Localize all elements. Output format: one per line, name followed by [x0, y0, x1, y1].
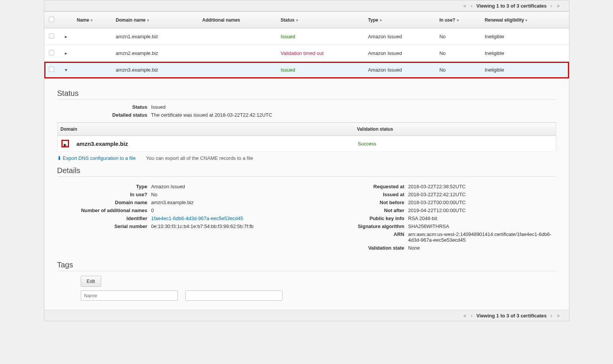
detail-label: Issued at	[314, 192, 408, 197]
detail-label: Public key info	[314, 216, 408, 221]
edit-tags-button[interactable]: Edit	[81, 276, 101, 287]
cell-domain: amzn3.example.biz	[113, 62, 199, 78]
row-checkbox[interactable]	[49, 50, 54, 55]
pager-next-icon[interactable]: ›	[548, 3, 555, 9]
col-inuse[interactable]: In use?▾	[436, 12, 481, 28]
export-note: You can export all of the CNAME records …	[146, 155, 253, 161]
detail-value: No	[151, 192, 158, 197]
detail-value: None	[408, 245, 420, 251]
detail-value: 0	[151, 208, 154, 213]
row-expand-toggle[interactable]: ▾	[59, 62, 74, 78]
expand-header	[59, 12, 74, 28]
col-status[interactable]: Status▾	[277, 12, 365, 28]
pager-last-icon[interactable]: »	[555, 312, 562, 319]
domain-validation-table: Domain Validation status ▶ amzn3.example…	[57, 122, 556, 152]
cell-status: Issued	[277, 28, 365, 45]
validation-status: Success	[354, 136, 556, 152]
cell-name	[74, 45, 113, 62]
table-row[interactable]: ▸ amzn2.example.biz Validation timed out…	[44, 45, 569, 62]
row-expand-toggle[interactable]: ▸	[59, 28, 74, 45]
pager-text: Viewing 1 to 3 of 3 certificates	[475, 3, 548, 9]
cell-type: Amazon Issued	[365, 28, 436, 45]
detail-value: Amazon Issued	[151, 184, 185, 189]
detail-value: RSA 2048-bit	[408, 216, 437, 221]
status-heading: Status	[57, 89, 556, 98]
cell-status: Issued	[277, 62, 365, 78]
col-domain[interactable]: Domain name▾	[113, 12, 199, 28]
detail-label: Signature algorithm	[314, 223, 408, 229]
pager-top: « ‹ Viewing 1 to 3 of 3 certificates › »	[44, 0, 569, 11]
row-checkbox[interactable]	[49, 33, 54, 39]
col-renewal[interactable]: Renewal eligibility▾	[481, 12, 569, 28]
status-value: Issued	[151, 104, 556, 110]
tag-value-input[interactable]	[185, 291, 282, 301]
detail-label: Identifier	[57, 216, 151, 221]
pager-bottom: « ‹ Viewing 1 to 3 of 3 certificates › »	[44, 310, 569, 321]
cell-renewal: Ineligible	[481, 62, 569, 78]
pager-text: Viewing 1 to 3 of 3 certificates	[475, 313, 548, 319]
pager-last-icon[interactable]: »	[555, 3, 562, 9]
cell-inuse: No	[436, 28, 481, 45]
caret-down-icon: ▾	[296, 18, 298, 22]
cell-type: Amazon Issued	[365, 62, 436, 78]
detail-label: Validation state	[314, 245, 408, 251]
col-name[interactable]: Name▾	[74, 12, 113, 28]
caret-down-icon: ▾	[91, 18, 92, 22]
expanded-panel: Status StatusIssued Detailed statusThe c…	[44, 78, 569, 310]
export-dns-link[interactable]: ⬇Export DNS configuration to a file	[57, 155, 136, 161]
cell-domain: amzn1.example.biz	[113, 28, 199, 45]
detail-value: 0e:10:30:f3:1c:b4:1e:b7:54:bb:f3:99:62:5…	[151, 223, 254, 229]
certificate-table: Name▾ Domain name▾ Additional names Stat…	[44, 11, 569, 310]
detail-value: arn:aws:acm:us-west-2:140948901414:certi…	[408, 231, 552, 243]
detail-label: In use?	[57, 192, 151, 197]
detail-value: 2018-03-22T00:00:00UTC	[408, 200, 466, 205]
details-heading: Details	[57, 166, 556, 175]
caret-down-icon: ▾	[380, 18, 382, 22]
domain-expand-icon[interactable]: ▶	[61, 140, 69, 147]
detail-value: 2019-04-22T12:00:00UTC	[408, 208, 466, 213]
detail-value: SHA256WITHRSA	[408, 223, 449, 229]
cell-additional	[199, 45, 278, 62]
pager-prev-icon[interactable]: ‹	[469, 3, 475, 9]
tags-heading: Tags	[57, 261, 556, 269]
pager-next-icon[interactable]: ›	[548, 312, 555, 319]
cell-additional	[199, 28, 278, 45]
detailed-status-value: The certificate was issued at 2018-03-22…	[151, 112, 556, 118]
detail-label: Not after	[314, 208, 408, 213]
cell-inuse: No	[436, 62, 481, 78]
detail-label: ARN	[314, 231, 408, 243]
tag-name-input[interactable]	[81, 291, 178, 301]
select-all-header[interactable]	[44, 12, 59, 28]
cell-inuse: No	[436, 45, 481, 62]
caret-down-icon: ▾	[147, 18, 149, 22]
detail-label: Not before	[314, 200, 408, 205]
detail-value: 2018-03-22T22:42:12UTC	[408, 192, 466, 197]
col-additional[interactable]: Additional names	[199, 12, 278, 28]
table-row[interactable]: ▸ amzn1.example.biz Issued Amazon Issued…	[44, 28, 569, 45]
row-checkbox[interactable]	[49, 67, 54, 72]
pager-first-icon[interactable]: «	[461, 312, 469, 319]
cell-status: Validation timed out	[277, 45, 365, 62]
cell-domain: amzn2.example.biz	[113, 45, 199, 62]
domain-col-header: Domain	[57, 123, 354, 136]
row-expand-toggle[interactable]: ▸	[59, 45, 74, 62]
detail-label: Domain name	[57, 200, 151, 205]
table-row[interactable]: ▾ amzn3.example.biz Issued Amazon Issued…	[44, 62, 569, 78]
cell-renewal: Ineligible	[481, 28, 569, 45]
detail-label: Requested at	[314, 184, 408, 189]
validation-status-col-header: Validation status	[354, 123, 556, 136]
status-label: Status	[57, 104, 151, 110]
detail-label: Type	[57, 184, 151, 189]
pager-first-icon[interactable]: «	[461, 3, 469, 9]
pager-prev-icon[interactable]: ‹	[469, 312, 475, 319]
domain-name: amzn3.example.biz	[73, 136, 354, 152]
detail-value: amzn3.example.biz	[151, 200, 194, 205]
detail-value: 2018-03-22T22:38:52UTC	[408, 184, 466, 189]
cell-name	[74, 28, 113, 45]
detailed-status-label: Detailed status	[57, 112, 151, 118]
caret-down-icon: ▾	[457, 18, 459, 22]
col-type[interactable]: Type▾	[365, 12, 436, 28]
cell-name	[74, 62, 113, 78]
identifier-link[interactable]: 1fae4ec1-6db6-4d3d-967a-eec5e53ecd45	[151, 216, 243, 221]
select-all-checkbox[interactable]	[49, 17, 54, 22]
